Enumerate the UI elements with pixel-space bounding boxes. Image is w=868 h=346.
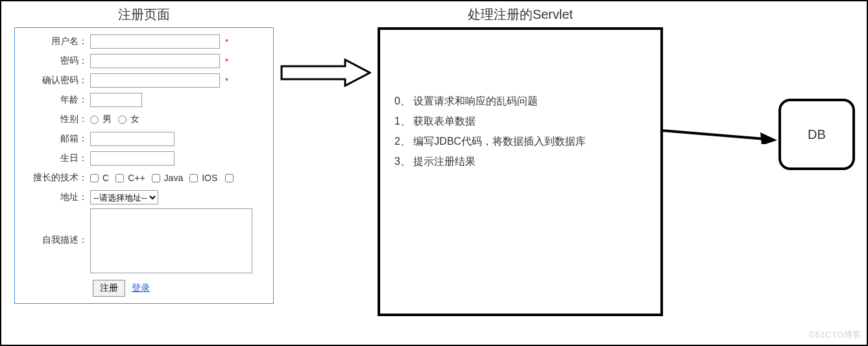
value-password: * [90, 54, 269, 68]
value-age [90, 93, 269, 107]
required-mark: * [225, 37, 228, 47]
password-input[interactable] [90, 54, 220, 68]
skill-extra-checkbox[interactable] [225, 174, 234, 182]
email-input[interactable] [90, 132, 175, 146]
form-box: 用户名： * 密码： * 确认密码： * [14, 27, 274, 304]
row-address: 地址： --请选择地址-- [19, 189, 269, 206]
label-self-desc: 自我描述： [19, 208, 90, 246]
row-confirm-password: 确认密码： * [19, 72, 269, 89]
skill-java-checkbox[interactable] [152, 174, 160, 182]
gender-male-label: 男 [102, 114, 112, 125]
value-birthday [90, 151, 269, 166]
row-birthday: 生日： [19, 150, 269, 167]
required-mark: * [225, 76, 228, 86]
gender-male-radio[interactable] [90, 116, 99, 124]
form-actions: 注册 登录 [19, 280, 269, 297]
value-gender: 男 女 [90, 114, 269, 125]
servlet-region: 处理注册的Servlet 0、 设置请求和响应的乱码问题 1、 获取表单数据 2… [378, 5, 663, 316]
db-box: DB [778, 99, 855, 170]
address-select[interactable]: --请选择地址-- [90, 190, 158, 204]
servlet-step-0: 0、 设置请求和响应的乱码问题 [394, 95, 646, 108]
age-input[interactable] [90, 93, 142, 107]
self-desc-textarea[interactable] [90, 208, 252, 273]
skill-java-label: Java [164, 173, 184, 183]
skill-ios-checkbox[interactable] [189, 174, 198, 182]
value-username: * [90, 34, 269, 49]
diagram-frame: 注册页面 用户名： * 密码： * 确认密码： * [0, 0, 868, 346]
label-gender: 性别： [19, 114, 90, 125]
servlet-step-2: 2、 编写JDBC代码，将数据插入到数据库 [394, 135, 646, 149]
servlet-box: 0、 设置请求和响应的乱码问题 1、 获取表单数据 2、 编写JDBC代码，将数… [378, 27, 663, 316]
value-self-desc [90, 208, 269, 273]
skill-ios-label: IOS [202, 173, 217, 183]
label-age: 年龄： [19, 94, 90, 106]
birthday-input[interactable] [90, 151, 175, 166]
row-password: 密码： * [19, 53, 269, 69]
label-address: 地址： [19, 192, 90, 203]
arrow-form-to-servlet [280, 58, 371, 87]
label-password: 密码： [19, 55, 90, 67]
username-input[interactable] [90, 34, 220, 49]
skill-c-checkbox[interactable] [90, 174, 99, 182]
svg-line-0 [662, 130, 764, 139]
form-region: 注册页面 用户名： * 密码： * 确认密码： * [14, 5, 274, 304]
gender-female-radio[interactable] [118, 116, 127, 124]
label-birthday: 生日： [19, 153, 90, 164]
row-gender: 性别： 男 女 [19, 111, 269, 128]
value-address: --请选择地址-- [90, 190, 269, 204]
value-email [90, 132, 269, 146]
required-mark: * [225, 56, 228, 66]
row-skills: 擅长的技术： C C++ Java IOS [19, 169, 269, 186]
arrow-servlet-to-db [662, 125, 777, 144]
label-email: 邮箱： [19, 133, 90, 145]
row-self-desc: 自我描述： [19, 208, 269, 273]
svg-marker-1 [760, 132, 777, 144]
skill-cpp-checkbox[interactable] [115, 174, 124, 182]
servlet-title: 处理注册的Servlet [378, 6, 663, 23]
skill-cpp-label: C++ [128, 173, 145, 183]
row-age: 年龄： [19, 92, 269, 108]
watermark: ©51CTO博客 [809, 329, 862, 341]
confirm-password-input[interactable] [90, 73, 220, 88]
label-skills: 擅长的技术： [19, 172, 90, 184]
db-label: DB [808, 127, 826, 142]
servlet-step-3: 3、 提示注册结果 [394, 155, 646, 169]
servlet-step-1: 1、 获取表单数据 [394, 115, 646, 129]
row-email: 邮箱： [19, 130, 269, 147]
skill-c-label: C [102, 173, 109, 183]
gender-female-label: 女 [130, 114, 139, 125]
label-username: 用户名： [19, 36, 90, 47]
label-confirm-password: 确认密码： [19, 75, 90, 86]
login-link[interactable]: 登录 [132, 282, 150, 294]
value-confirm-password: * [90, 73, 269, 88]
row-username: 用户名： * [19, 33, 269, 50]
value-skills: C C++ Java IOS [90, 173, 269, 183]
register-button[interactable]: 注册 [93, 280, 125, 297]
form-title: 注册页面 [14, 6, 274, 23]
